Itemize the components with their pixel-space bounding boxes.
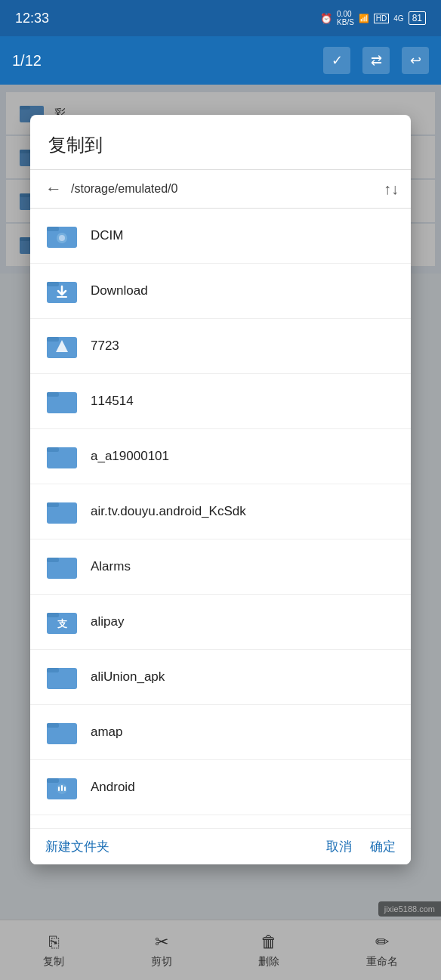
current-path: /storage/emulated/0	[71, 182, 378, 196]
checkmark-button[interactable]: ✓	[323, 47, 350, 74]
svg-rect-9	[47, 227, 59, 231]
folder-icon-amap	[45, 716, 79, 749]
folder-name-aliunion: aliUnion_apk	[91, 669, 396, 685]
svg-rect-23	[47, 502, 59, 507]
folder-name-android: Android	[91, 780, 396, 795]
folder-name-amap: amap	[91, 725, 396, 740]
folder-item-air-tv[interactable]: air.tv.douyu.android_KcSdk	[30, 484, 411, 539]
app-toolbar: 1/12 ✓ ⇄ ↩	[0, 36, 441, 85]
file-list: DCIM Download	[30, 209, 411, 828]
swap-button[interactable]: ⇄	[362, 47, 390, 74]
sort-button[interactable]: ↑↓	[384, 181, 399, 198]
svg-point-11	[59, 235, 65, 241]
back-button[interactable]: ↩	[402, 47, 429, 74]
footer-actions: 取消 确定	[326, 838, 396, 855]
folder-item-114514[interactable]: 114514	[30, 374, 411, 429]
svg-rect-34	[47, 778, 59, 783]
status-bar: 12:33 ⏰ 0.00KB/S 📶 HD 4G 81	[0, 0, 441, 36]
network-icon: 4G	[393, 14, 403, 23]
path-back-button[interactable]: ←	[42, 176, 65, 202]
folder-icon-android	[45, 771, 79, 804]
folder-icon-a-a19000101	[45, 440, 79, 473]
status-time: 12:33	[15, 11, 49, 26]
folder-icon-aliunion	[45, 660, 79, 694]
hd-badge: HD	[374, 14, 389, 23]
confirm-button[interactable]: 确定	[370, 838, 396, 855]
svg-rect-21	[47, 447, 59, 452]
folder-name-download: Download	[91, 283, 396, 298]
folder-icon-alipay: 支	[45, 605, 79, 638]
folder-name-air-tv: air.tv.douyu.android_KcSdk	[91, 504, 396, 519]
data-speed: 0.00KB/S	[337, 10, 354, 26]
folder-item-aplayerlog[interactable]: aplayerlog	[30, 815, 411, 828]
folder-name-114514: 114514	[91, 394, 396, 409]
folder-icon-aplayerlog	[45, 826, 79, 828]
folder-icon-alarms	[45, 550, 79, 583]
copy-dialog: 复制到 ← /storage/emulated/0 ↑↓ DCIM	[30, 115, 411, 864]
folder-icon-download	[45, 274, 79, 308]
svg-rect-16	[47, 337, 59, 342]
path-bar: ← /storage/emulated/0 ↑↓	[30, 169, 411, 209]
folder-name-7723: 7723	[91, 339, 396, 354]
svg-rect-19	[47, 392, 59, 397]
dialog-footer: 新建文件夹 取消 确定	[30, 828, 411, 864]
battery-icon: 81	[409, 11, 426, 25]
svg-rect-13	[47, 282, 59, 286]
folder-icon-7723	[45, 329, 79, 363]
folder-name-dcim: DCIM	[91, 228, 396, 243]
folder-item-aliunion[interactable]: aliUnion_apk	[30, 650, 411, 705]
folder-name-alarms: Alarms	[91, 559, 396, 574]
alarm-icon: ⏰	[320, 13, 332, 24]
folder-name-alipay: alipay	[91, 614, 396, 629]
new-folder-button[interactable]: 新建文件夹	[45, 838, 109, 855]
folder-item-amap[interactable]: amap	[30, 705, 411, 760]
folder-icon-air-tv	[45, 495, 79, 528]
folder-item-dcim[interactable]: DCIM	[30, 209, 411, 264]
folder-item-alarms[interactable]: Alarms	[30, 539, 411, 595]
folder-item-7723[interactable]: 7723	[30, 319, 411, 374]
svg-rect-27	[47, 613, 59, 617]
svg-text:支: 支	[57, 618, 68, 629]
dialog-title: 复制到	[30, 115, 411, 169]
folder-name-a-a19000101: a_a19000101	[91, 449, 396, 464]
folder-icon-dcim	[45, 219, 79, 252]
status-icons: ⏰ 0.00KB/S 📶 HD 4G 81	[320, 10, 426, 26]
folder-item-download[interactable]: Download	[30, 264, 411, 319]
svg-rect-32	[47, 723, 59, 728]
background-content: 彩 国 妙 心 复制到 ← /storage/emulated/0 ↑↓	[0, 85, 441, 980]
toolbar-title: 1/12	[12, 52, 42, 70]
folder-item-a-a19000101[interactable]: a_a19000101	[30, 429, 411, 484]
cancel-button[interactable]: 取消	[326, 838, 352, 855]
folder-icon-114514	[45, 385, 79, 418]
svg-rect-30	[47, 668, 59, 672]
svg-rect-25	[47, 558, 59, 562]
wifi-icon: 📶	[359, 14, 369, 23]
folder-item-alipay[interactable]: 支 alipay	[30, 595, 411, 650]
folder-item-android[interactable]: Android	[30, 760, 411, 815]
toolbar-actions: ✓ ⇄ ↩	[323, 47, 429, 74]
